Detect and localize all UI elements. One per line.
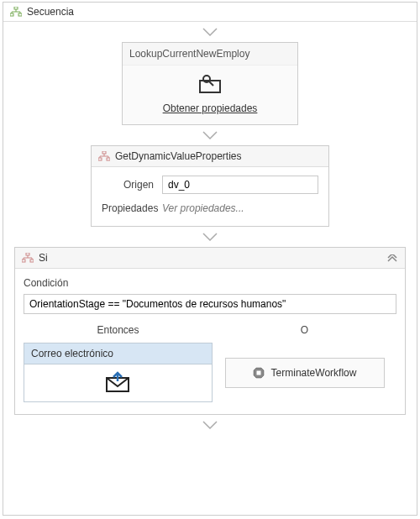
if-title: Si (39, 252, 48, 264)
lookup-properties-link[interactable]: Obtener propiedades (163, 102, 258, 114)
svg-rect-11 (98, 158, 102, 160)
flowchart-icon (22, 253, 34, 263)
chevron-down-icon (202, 420, 218, 430)
lookup-properties-icon (195, 74, 225, 96)
gdv-props-link[interactable]: Ver propiedades... (162, 202, 244, 214)
chevron-down-icon (202, 232, 218, 242)
if-header: Si (15, 248, 405, 269)
flowchart-icon (98, 151, 110, 161)
email-activity-title: Correo electrónico (24, 343, 212, 364)
svg-rect-1 (10, 13, 13, 16)
email-activity[interactable]: Correo electrónico (24, 343, 213, 402)
connector-mid2 (3, 227, 417, 247)
condition-label: Condición (24, 277, 396, 289)
condition-input[interactable] (24, 294, 396, 314)
gdv-title: GetDynamicValueProperties (115, 150, 242, 162)
connector-bottom (3, 415, 417, 435)
svg-rect-12 (107, 158, 110, 160)
if-activity[interactable]: Si Condición Entonces Correo electrónico (14, 247, 406, 415)
flowchart-icon (10, 7, 22, 17)
send-mail-icon (103, 371, 134, 393)
svg-rect-27 (256, 371, 260, 375)
gdv-header: GetDynamicValueProperties (92, 146, 328, 167)
gdv-props-label: Propiedades (102, 202, 162, 214)
sequence-header: Secuencia (3, 3, 417, 22)
connector-mid1 (3, 125, 417, 145)
lookup-title: LookupCurrentNewEmploy (123, 43, 297, 66)
getdynamicvalue-activity[interactable]: GetDynamicValueProperties Origen Propied… (91, 145, 329, 227)
sequence-container: Secuencia LookupCurrentNewEmploy Obtener… (3, 2, 417, 516)
svg-rect-10 (102, 151, 106, 154)
stop-icon (253, 367, 265, 379)
svg-rect-0 (14, 7, 18, 9)
else-label: O (213, 321, 396, 343)
sequence-title: Secuencia (27, 6, 74, 18)
svg-rect-19 (30, 260, 34, 262)
gdv-origen-input[interactable] (162, 176, 318, 194)
chevron-down-icon (202, 130, 218, 140)
chevron-down-icon (202, 27, 218, 37)
lookup-activity[interactable]: LookupCurrentNewEmploy Obtener propiedad… (122, 42, 298, 125)
svg-rect-18 (22, 260, 25, 262)
svg-rect-17 (26, 253, 29, 255)
terminate-activity[interactable]: TerminateWorkflow (225, 358, 385, 388)
lookup-body: Obtener propiedades (123, 66, 297, 124)
terminate-activity-title: TerminateWorkflow (271, 367, 357, 379)
then-label: Entonces (24, 321, 213, 343)
connector-top (3, 22, 417, 42)
gdv-origen-label: Origen (102, 179, 162, 191)
collapse-icon[interactable] (386, 254, 398, 262)
svg-line-9 (209, 81, 213, 86)
svg-rect-2 (18, 13, 22, 16)
